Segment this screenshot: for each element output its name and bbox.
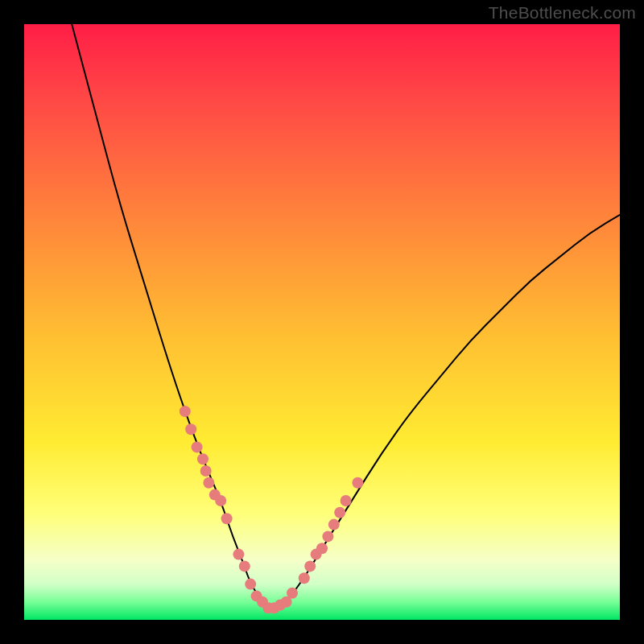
highlight-dot [215, 495, 226, 506]
highlight-dot [239, 560, 250, 572]
highlight-dots [180, 406, 364, 613]
highlight-dot [203, 477, 214, 489]
highlight-dot [322, 530, 333, 542]
highlight-dot [233, 549, 244, 560]
watermark-text: TheBottleneck.com [489, 3, 636, 23]
plot-area [24, 24, 620, 620]
highlight-dot [304, 560, 316, 572]
curve-svg [24, 24, 620, 620]
highlight-dot [299, 572, 310, 584]
highlight-dot [197, 453, 208, 464]
highlight-dot [200, 465, 212, 477]
highlight-dot [180, 406, 191, 417]
highlight-dot [352, 477, 363, 489]
highlight-dot [341, 495, 352, 506]
highlight-dot [221, 513, 233, 524]
highlight-dot [287, 588, 298, 599]
chart-frame: TheBottleneck.com [0, 0, 644, 644]
bottleneck-curve [72, 24, 620, 606]
highlight-dot [328, 519, 340, 530]
highlight-dot [245, 579, 256, 590]
highlight-dot [192, 441, 203, 452]
highlight-dot [316, 543, 328, 554]
highlight-dot [334, 507, 345, 518]
highlight-dot [185, 423, 196, 435]
